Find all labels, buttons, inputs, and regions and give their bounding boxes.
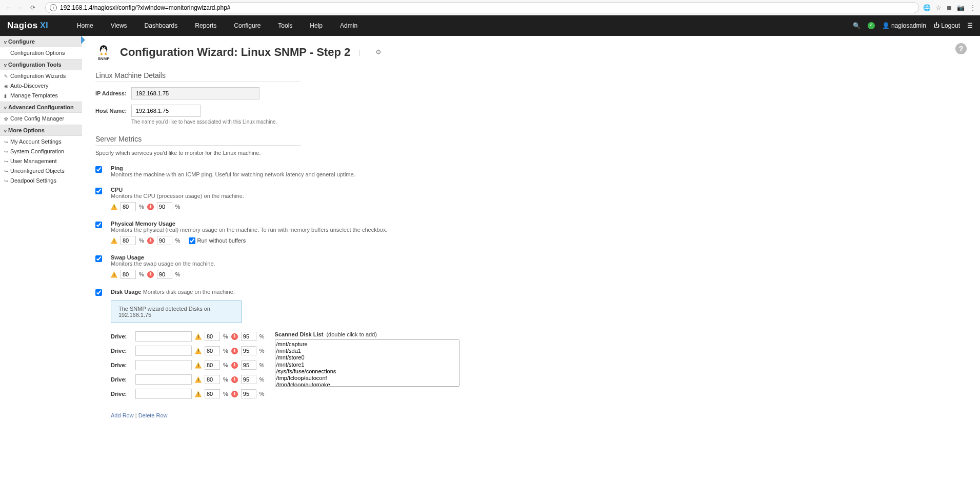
drive-path-input[interactable]: [135, 374, 192, 385]
delete-row-link[interactable]: Delete Row: [138, 412, 168, 418]
critical-icon: [147, 204, 154, 210]
extension-icon[interactable]: ◼: [947, 4, 952, 11]
add-row-link[interactable]: Add Row: [111, 412, 134, 418]
pmem-desc: Monitors the physical (real) memory usag…: [111, 227, 387, 233]
sidebar-section-advanced[interactable]: vAdvanced Configuration: [0, 102, 82, 113]
drive-warn-input[interactable]: [205, 375, 220, 384]
search-icon[interactable]: 🔍: [853, 22, 861, 29]
ping-desc: Monitors the machine with an ICMP ping. …: [111, 171, 355, 177]
warning-icon: [195, 362, 202, 369]
eye-icon: ◉: [4, 83, 8, 90]
drive-path-input[interactable]: [135, 331, 192, 342]
sidebar-item-config-wizards[interactable]: ✎Configuration Wizards: [0, 71, 82, 81]
drive-crit-input[interactable]: [241, 375, 256, 384]
cpu-crit-input[interactable]: [157, 202, 172, 211]
sidebar-item-unconfigured[interactable]: ↪Unconfigured Objects: [0, 166, 82, 176]
kebab-icon[interactable]: ⋮: [970, 4, 976, 11]
nav-dashboards[interactable]: Dashboards: [136, 15, 186, 36]
settings-gear-icon[interactable]: ⚙: [375, 48, 382, 56]
scanned-disk-item[interactable]: /mnt/store1: [276, 362, 458, 368]
drive-warn-input[interactable]: [205, 346, 220, 355]
pmem-crit-input[interactable]: [157, 236, 172, 245]
forward-button[interactable]: →: [14, 3, 25, 13]
scanned-disk-item[interactable]: /mnt/sda1: [276, 348, 458, 354]
url-input[interactable]: [60, 4, 914, 11]
sidebar-item-deadpool[interactable]: ↪Deadpool Settings: [0, 176, 82, 186]
drive-crit-input[interactable]: [241, 346, 256, 355]
page-title: Configuration Wizard: Linux SNMP - Step …: [120, 46, 350, 59]
top-nav: Nagios XI Home Views Dashboards Reports …: [0, 15, 980, 36]
star-icon[interactable]: ☆: [936, 4, 942, 11]
swap-desc: Monitors the swap usage on the machine.: [111, 260, 215, 267]
cpu-warn-input[interactable]: [121, 202, 136, 211]
pmem-warn-input[interactable]: [121, 236, 136, 245]
drive-label: Drive:: [111, 333, 132, 339]
cpu-checkbox[interactable]: [95, 188, 102, 194]
sidebar-item-ccm[interactable]: ✿Core Config Manager: [0, 114, 82, 124]
address-bar[interactable]: i: [45, 2, 919, 13]
warning-icon: [195, 391, 202, 397]
back-button[interactable]: ←: [4, 3, 14, 13]
sidebar-item-manage-templates[interactable]: ▮Manage Templates: [0, 91, 82, 101]
swap-checkbox[interactable]: [95, 255, 102, 262]
sidebar: vConfigure Configuration Options vConfig…: [0, 36, 82, 426]
hostname-label: Host Name:: [95, 108, 131, 114]
sidebar-section-config-tools[interactable]: vConfiguration Tools: [0, 59, 82, 70]
drive-warn-input[interactable]: [205, 360, 220, 370]
scanned-disk-item[interactable]: /mnt/store0: [276, 354, 458, 361]
nav-admin[interactable]: Admin: [332, 15, 366, 36]
hostname-input[interactable]: [131, 105, 201, 117]
site-info-icon[interactable]: i: [50, 4, 57, 11]
warning-icon: [195, 348, 202, 354]
logo[interactable]: Nagios XI: [7, 21, 48, 31]
sidebar-item-config-options[interactable]: Configuration Options: [0, 48, 82, 58]
drive-row: Drive:%%: [111, 360, 265, 370]
drive-row: Drive:%%: [111, 331, 265, 342]
pmem-checkbox[interactable]: [95, 222, 102, 228]
drive-warn-input[interactable]: [205, 332, 220, 341]
nav-home[interactable]: Home: [69, 15, 102, 36]
arrow-icon: ↪: [4, 158, 8, 166]
help-icon[interactable]: ?: [955, 43, 967, 54]
scanned-disk-item[interactable]: /tmp/tcloop/automake: [276, 382, 458, 387]
camera-icon[interactable]: 📷: [957, 4, 965, 11]
warning-icon: [111, 271, 117, 278]
ping-checkbox[interactable]: [95, 166, 102, 173]
nav-views[interactable]: Views: [103, 15, 135, 36]
drive-path-input[interactable]: [135, 346, 192, 356]
reload-button[interactable]: ⟳: [28, 3, 38, 13]
drive-crit-input[interactable]: [241, 360, 256, 370]
nav-configure[interactable]: Configure: [226, 15, 269, 36]
section-machine-details: Linux Machine Details: [95, 71, 301, 82]
content: ? SNMP Configuration Wizard: Linux SNMP …: [82, 36, 980, 426]
sidebar-section-configure[interactable]: vConfigure: [0, 36, 82, 47]
scanned-disk-item[interactable]: /sys/fs/fuse/connections: [276, 368, 458, 375]
user-menu[interactable]: 👤 nagiosadmin: [882, 22, 926, 29]
nav-reports[interactable]: Reports: [187, 15, 225, 36]
sidebar-item-auto-discovery[interactable]: ◉Auto-Discovery: [0, 81, 82, 91]
critical-icon: [231, 376, 238, 383]
sidebar-section-more[interactable]: vMore Options: [0, 125, 82, 136]
drive-warn-input[interactable]: [205, 389, 220, 398]
disk-checkbox[interactable]: [95, 289, 102, 296]
scanned-disk-item[interactable]: /tmp/tcloop/autoconf: [276, 375, 458, 382]
menu-bars-icon[interactable]: ☰: [967, 22, 973, 29]
swap-crit-input[interactable]: [157, 270, 172, 279]
scanned-disk-list[interactable]: /mnt/capture/mnt/sda1/mnt/store0/mnt/sto…: [275, 339, 459, 387]
scanned-disk-item[interactable]: /mnt/capture: [276, 341, 458, 348]
sidebar-item-account[interactable]: ↪My Account Settings: [0, 137, 82, 147]
drive-crit-input[interactable]: [241, 332, 256, 341]
drive-path-input[interactable]: [135, 389, 192, 399]
drive-crit-input[interactable]: [241, 389, 256, 398]
status-ok-icon[interactable]: [868, 22, 875, 29]
nav-tools[interactable]: Tools: [270, 15, 301, 36]
swap-warn-input[interactable]: [121, 270, 136, 279]
sidebar-item-user-mgmt[interactable]: ↪User Management: [0, 156, 82, 166]
sidebar-item-sysconfig[interactable]: ↪System Configuration: [0, 147, 82, 156]
logout-link[interactable]: ⏻ Logout: [933, 22, 960, 29]
svg-point-4: [103, 48, 103, 48]
translate-icon[interactable]: 🌐: [923, 4, 931, 11]
runwithoutbuffers-checkbox[interactable]: [189, 237, 195, 244]
nav-help[interactable]: Help: [302, 15, 331, 36]
drive-path-input[interactable]: [135, 360, 192, 370]
